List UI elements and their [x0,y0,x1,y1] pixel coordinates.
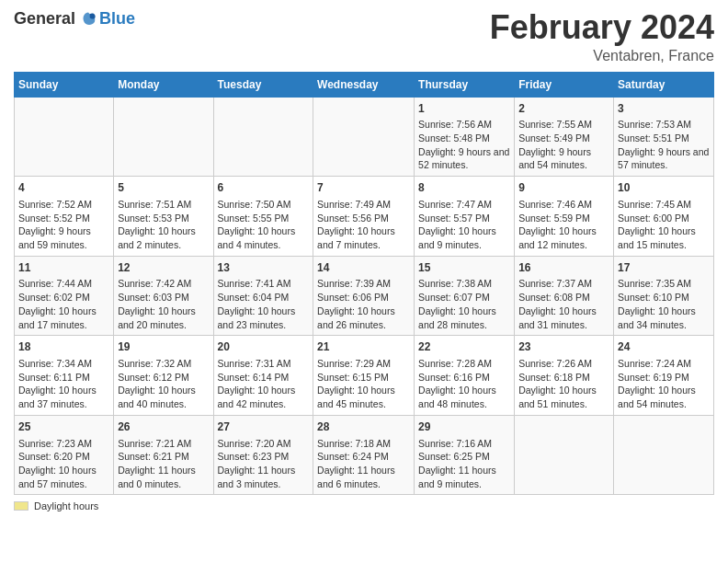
cell-info-text: Sunrise: 7:49 AM Sunset: 5:56 PM Dayligh… [317,198,410,252]
cell-day-number: 8 [418,180,510,196]
cell-day-number: 15 [418,260,510,276]
calendar-cell [313,97,415,177]
cell-info-text: Sunrise: 7:20 AM Sunset: 6:23 PM Dayligh… [218,437,310,491]
calendar-cell: 12Sunrise: 7:42 AM Sunset: 6:03 PM Dayli… [114,256,213,336]
cell-info-text: Sunrise: 7:51 AM Sunset: 5:53 PM Dayligh… [118,198,209,252]
col-friday: Friday [515,72,614,97]
cell-info-text: Sunrise: 7:55 AM Sunset: 5:49 PM Dayligh… [518,118,609,172]
calendar-cell [15,97,114,177]
cell-info-text: Sunrise: 7:47 AM Sunset: 5:57 PM Dayligh… [418,198,510,252]
cell-day-number: 13 [218,260,310,276]
calendar-cell: 18Sunrise: 7:34 AM Sunset: 6:11 PM Dayli… [15,336,114,416]
calendar-row-2: 11Sunrise: 7:44 AM Sunset: 6:02 PM Dayli… [15,256,714,336]
cell-info-text: Sunrise: 7:45 AM Sunset: 6:00 PM Dayligh… [618,198,710,252]
calendar-cell: 9Sunrise: 7:46 AM Sunset: 5:59 PM Daylig… [515,177,614,257]
header-row: Sunday Monday Tuesday Wednesday Thursday… [15,72,714,97]
calendar-cell: 3Sunrise: 7:53 AM Sunset: 5:51 PM Daylig… [614,97,714,177]
cell-info-text: Sunrise: 7:16 AM Sunset: 6:25 PM Dayligh… [418,437,510,491]
cell-day-number: 19 [118,339,209,355]
calendar-cell [515,415,614,495]
calendar-cell: 10Sunrise: 7:45 AM Sunset: 6:00 PM Dayli… [614,177,714,257]
cell-info-text: Sunrise: 7:21 AM Sunset: 6:21 PM Dayligh… [118,437,209,491]
calendar-cell: 21Sunrise: 7:29 AM Sunset: 6:15 PM Dayli… [313,336,415,416]
cell-day-number: 6 [218,180,310,196]
calendar-cell [614,415,714,495]
cell-day-number: 23 [518,339,609,355]
calendar-cell: 8Sunrise: 7:47 AM Sunset: 5:57 PM Daylig… [415,177,515,257]
cell-info-text: Sunrise: 7:53 AM Sunset: 5:51 PM Dayligh… [618,118,710,172]
cell-info-text: Sunrise: 7:32 AM Sunset: 6:12 PM Dayligh… [118,357,209,411]
cell-info-text: Sunrise: 7:56 AM Sunset: 5:48 PM Dayligh… [418,118,510,172]
calendar-cell: 7Sunrise: 7:49 AM Sunset: 5:56 PM Daylig… [313,177,415,257]
calendar-cell [114,97,213,177]
cell-info-text: Sunrise: 7:29 AM Sunset: 6:15 PM Dayligh… [317,357,410,411]
cell-day-number: 22 [418,339,510,355]
calendar-cell: 24Sunrise: 7:24 AM Sunset: 6:19 PM Dayli… [614,336,714,416]
calendar-cell: 29Sunrise: 7:16 AM Sunset: 6:25 PM Dayli… [415,415,515,495]
calendar-cell [213,97,313,177]
cell-day-number: 1 [418,101,510,117]
cell-day-number: 7 [317,180,410,196]
col-tuesday: Tuesday [213,72,313,97]
cell-info-text: Sunrise: 7:26 AM Sunset: 6:18 PM Dayligh… [518,357,609,411]
cell-info-text: Sunrise: 7:38 AM Sunset: 6:07 PM Dayligh… [418,277,510,331]
calendar-cell: 14Sunrise: 7:39 AM Sunset: 6:06 PM Dayli… [313,256,415,336]
calendar-cell: 17Sunrise: 7:35 AM Sunset: 6:10 PM Dayli… [614,256,714,336]
cell-info-text: Sunrise: 7:18 AM Sunset: 6:24 PM Dayligh… [317,437,410,491]
cell-info-text: Sunrise: 7:39 AM Sunset: 6:06 PM Dayligh… [317,277,410,331]
calendar-table: Sunday Monday Tuesday Wednesday Thursday… [14,72,714,496]
calendar-cell: 28Sunrise: 7:18 AM Sunset: 6:24 PM Dayli… [313,415,415,495]
cell-day-number: 4 [18,180,109,196]
cell-info-text: Sunrise: 7:37 AM Sunset: 6:08 PM Dayligh… [518,277,609,331]
logo-text-general: General [14,9,75,29]
title-block: February 2024 Ventabren, France [490,9,714,64]
col-sunday: Sunday [15,72,114,97]
cell-day-number: 14 [317,260,410,276]
cell-day-number: 5 [118,180,209,196]
calendar-cell: 13Sunrise: 7:41 AM Sunset: 6:04 PM Dayli… [213,256,313,336]
cell-info-text: Sunrise: 7:42 AM Sunset: 6:03 PM Dayligh… [118,277,209,331]
calendar-cell: 20Sunrise: 7:31 AM Sunset: 6:14 PM Dayli… [213,336,313,416]
logo-bird-icon [79,10,97,29]
calendar-row-4: 25Sunrise: 7:23 AM Sunset: 6:20 PM Dayli… [15,415,714,495]
col-monday: Monday [114,72,213,97]
cell-info-text: Sunrise: 7:52 AM Sunset: 5:52 PM Dayligh… [18,198,109,252]
calendar-page: General Blue February 2024 Ventabren, Fr… [0,0,728,563]
cell-day-number: 28 [317,419,410,435]
cell-day-number: 3 [618,101,710,117]
calendar-cell: 4Sunrise: 7:52 AM Sunset: 5:52 PM Daylig… [15,177,114,257]
logo: General Blue [14,9,135,29]
cell-info-text: Sunrise: 7:34 AM Sunset: 6:11 PM Dayligh… [18,357,109,411]
cell-day-number: 26 [118,419,209,435]
col-thursday: Thursday [415,72,515,97]
cell-info-text: Sunrise: 7:35 AM Sunset: 6:10 PM Dayligh… [618,277,710,331]
cell-day-number: 17 [618,260,710,276]
cell-info-text: Sunrise: 7:23 AM Sunset: 6:20 PM Dayligh… [18,437,109,491]
cell-day-number: 18 [18,339,109,355]
calendar-cell: 19Sunrise: 7:32 AM Sunset: 6:12 PM Dayli… [114,336,213,416]
calendar-row-0: 1Sunrise: 7:56 AM Sunset: 5:48 PM Daylig… [15,97,714,177]
calendar-cell: 27Sunrise: 7:20 AM Sunset: 6:23 PM Dayli… [213,415,313,495]
cell-info-text: Sunrise: 7:50 AM Sunset: 5:55 PM Dayligh… [218,198,310,252]
cell-info-text: Sunrise: 7:31 AM Sunset: 6:14 PM Dayligh… [218,357,310,411]
calendar-cell: 1Sunrise: 7:56 AM Sunset: 5:48 PM Daylig… [415,97,515,177]
footer-note: Daylight hours [14,500,714,511]
cell-info-text: Sunrise: 7:44 AM Sunset: 6:02 PM Dayligh… [18,277,109,331]
calendar-title: February 2024 [490,9,714,46]
col-saturday: Saturday [614,72,714,97]
calendar-cell: 5Sunrise: 7:51 AM Sunset: 5:53 PM Daylig… [114,177,213,257]
calendar-cell: 23Sunrise: 7:26 AM Sunset: 6:18 PM Dayli… [515,336,614,416]
calendar-cell: 22Sunrise: 7:28 AM Sunset: 6:16 PM Dayli… [415,336,515,416]
cell-day-number: 24 [618,339,710,355]
cell-day-number: 27 [218,419,310,435]
daylight-bar-icon [14,501,28,511]
cell-info-text: Sunrise: 7:28 AM Sunset: 6:16 PM Dayligh… [418,357,510,411]
cell-day-number: 29 [418,419,510,435]
cell-day-number: 20 [218,339,310,355]
calendar-cell: 15Sunrise: 7:38 AM Sunset: 6:07 PM Dayli… [415,256,515,336]
logo-text-blue: Blue [99,9,135,29]
calendar-cell: 16Sunrise: 7:37 AM Sunset: 6:08 PM Dayli… [515,256,614,336]
page-header: General Blue February 2024 Ventabren, Fr… [14,9,714,64]
calendar-subtitle: Ventabren, France [490,48,714,64]
daylight-label: Daylight hours [34,500,98,511]
